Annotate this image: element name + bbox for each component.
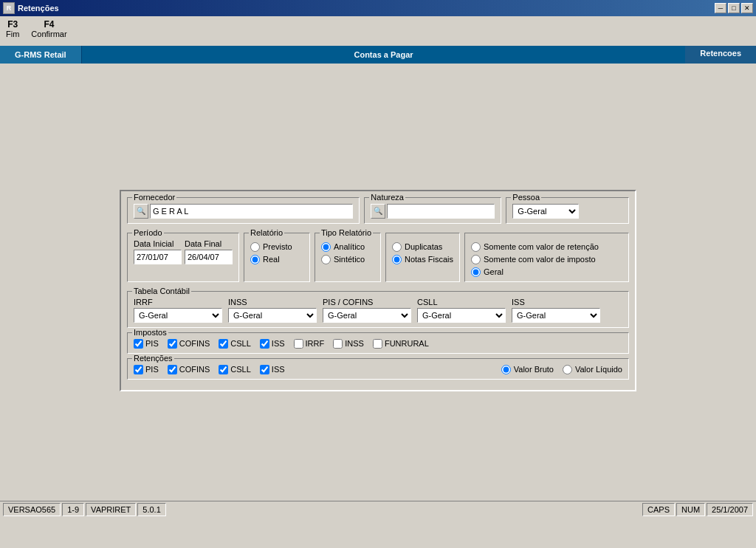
impostos-csll-checkbox[interactable] bbox=[219, 339, 228, 349]
ret-csll-label: CSLL bbox=[230, 365, 251, 374]
num-text: NUM bbox=[681, 505, 700, 514]
irrf-label: IRRF bbox=[134, 298, 222, 306]
versao-text: VERSAO565 bbox=[8, 505, 55, 514]
restore-button[interactable]: □ bbox=[728, 3, 740, 13]
caps-cell: CAPS bbox=[642, 503, 675, 516]
valor-bruto-radio[interactable] bbox=[501, 365, 511, 374]
natureza-lookup-button[interactable]: 🔍 bbox=[371, 204, 385, 219]
ret-pis-checkbox[interactable] bbox=[134, 365, 143, 374]
csll-item: CSLL G-Geral bbox=[417, 298, 506, 323]
fornecedor-lookup-button[interactable]: 🔍 bbox=[134, 204, 148, 219]
ret-pis-item: PIS bbox=[134, 365, 159, 374]
real-label: Real bbox=[263, 255, 280, 264]
relatorio-label: Relatório bbox=[249, 228, 284, 237]
tab-contas-pagar[interactable]: Contas a Pagar bbox=[82, 46, 686, 64]
impostos-cofins-checkbox[interactable] bbox=[168, 339, 177, 349]
impostos-funrural-item: FUNRURAL bbox=[373, 339, 429, 349]
somente-retencao-radio[interactable] bbox=[471, 242, 481, 252]
impostos-pis-item: PIS bbox=[134, 339, 159, 349]
notas-radio[interactable] bbox=[392, 255, 402, 264]
caps-text: CAPS bbox=[647, 505, 670, 514]
previsto-radio[interactable] bbox=[250, 242, 260, 252]
somente-imposto-radio[interactable] bbox=[471, 255, 481, 264]
pessoa-group: Pessoa G-Geral Fisica Juridica bbox=[506, 197, 629, 224]
impostos-inss-checkbox[interactable] bbox=[333, 339, 343, 349]
duplicatas-radio-item: Duplicatas bbox=[392, 242, 453, 252]
ret-iss-item: ISS bbox=[260, 365, 285, 374]
ret-cofins-item: COFINS bbox=[168, 365, 210, 374]
pessoa-select[interactable]: G-Geral Fisica Juridica bbox=[512, 204, 579, 219]
duplicatas-radio[interactable] bbox=[392, 242, 402, 252]
right-options-group: Somente com valor de retenção Somente co… bbox=[464, 233, 629, 282]
title-bar-text: R Retenções bbox=[3, 2, 59, 14]
tipo-relatorio-group: Tipo Relatório Analítico Sintético bbox=[315, 233, 381, 282]
sintetico-label: Sintético bbox=[334, 255, 365, 264]
status-bar: VERSAO565 1-9 VAPRIRET 5.0.1 CAPS NUM 25… bbox=[0, 501, 756, 517]
f3-shortcut[interactable]: F3 Fim bbox=[6, 19, 19, 38]
f4-key: F4 bbox=[44, 19, 54, 30]
date-text: 25/1/2007 bbox=[712, 505, 748, 514]
data-inicial-label: Data Inicial bbox=[134, 239, 182, 248]
valor-liquido-radio[interactable] bbox=[563, 365, 572, 374]
ret-iss-label: ISS bbox=[272, 365, 285, 374]
previsto-label: Previsto bbox=[263, 242, 292, 251]
analitico-radio-item: Analítico bbox=[321, 242, 374, 252]
ret-iss-checkbox[interactable] bbox=[260, 365, 269, 374]
real-radio[interactable] bbox=[250, 255, 260, 264]
ret-cofins-checkbox[interactable] bbox=[168, 365, 177, 374]
impostos-inss-item: INSS bbox=[333, 339, 364, 349]
tab-retencoes[interactable]: Retencoes bbox=[685, 46, 756, 64]
ret-csll-item: CSLL bbox=[219, 365, 251, 374]
inss-select[interactable]: G-Geral bbox=[228, 308, 317, 323]
geral-label: Geral bbox=[484, 267, 504, 276]
csll-select[interactable]: G-Geral bbox=[417, 308, 506, 323]
minimize-button[interactable]: ─ bbox=[715, 3, 726, 13]
data-final-input[interactable] bbox=[185, 250, 233, 264]
impostos-label: Impostos bbox=[132, 328, 168, 337]
impostos-pis-checkbox[interactable] bbox=[134, 339, 143, 349]
form-panel: Fornecedor 🔍 Natureza 🔍 bbox=[120, 190, 636, 391]
pis-cofins-select[interactable]: G-Geral bbox=[323, 308, 411, 323]
vapriret-cell: VAPRIRET bbox=[86, 503, 136, 516]
natureza-group: Natureza 🔍 bbox=[364, 197, 501, 224]
analitico-radio[interactable] bbox=[321, 242, 331, 252]
window-controls: ─ □ ✕ bbox=[715, 3, 753, 13]
impostos-funrural-checkbox[interactable] bbox=[373, 339, 382, 349]
inss-item: INSS G-Geral bbox=[228, 298, 317, 323]
vapriret-text: VAPRIRET bbox=[91, 505, 131, 514]
menu-bar: F3 Fim F4 Confirmar bbox=[0, 16, 756, 46]
valor-bruto-item: Valor Bruto bbox=[501, 365, 554, 374]
valor-liquido-label: Valor Líquido bbox=[575, 365, 622, 374]
fornecedor-input[interactable] bbox=[150, 204, 353, 219]
tipo-relatorio-label: Tipo Relatório bbox=[320, 228, 373, 237]
tabela-contabil-group: Tabela Contábil IRRF G-Geral INSS G-Gera… bbox=[127, 291, 629, 328]
data-inicial-input[interactable] bbox=[134, 250, 182, 264]
impostos-iss-item: ISS bbox=[260, 339, 285, 349]
iss-select[interactable]: G-Geral bbox=[512, 308, 600, 323]
impostos-iss-checkbox[interactable] bbox=[260, 339, 269, 349]
irrf-select[interactable]: G-Geral bbox=[134, 308, 222, 323]
version-text: 5.0.1 bbox=[142, 505, 160, 514]
f3-label: Fim bbox=[6, 30, 19, 38]
date-cell: 25/1/2007 bbox=[707, 503, 753, 516]
tab-grms[interactable]: G-RMS Retail bbox=[0, 46, 82, 64]
relatorio-group: Relatório Previsto Real bbox=[244, 233, 310, 282]
natureza-input[interactable] bbox=[387, 204, 495, 219]
duplicatas-label: Duplicatas bbox=[405, 242, 442, 251]
ret-csll-checkbox[interactable] bbox=[219, 365, 228, 374]
f4-label: Confirmar bbox=[31, 30, 66, 38]
sintetico-radio[interactable] bbox=[321, 255, 331, 264]
notas-radio-item: Notas Fiscais bbox=[392, 255, 453, 264]
somente-retencao-label: Somente com valor de retenção bbox=[484, 242, 599, 251]
impostos-inss-label: INSS bbox=[345, 339, 364, 348]
periodo-label: Período bbox=[132, 228, 164, 237]
irrf-item: IRRF G-Geral bbox=[134, 298, 222, 323]
f4-shortcut[interactable]: F4 Confirmar bbox=[31, 19, 66, 38]
close-button[interactable]: ✕ bbox=[741, 3, 753, 13]
data-final-label: Data Final bbox=[185, 239, 233, 248]
impostos-irrf-checkbox[interactable] bbox=[294, 339, 303, 349]
geral-radio[interactable] bbox=[471, 267, 481, 277]
analitico-label: Analítico bbox=[334, 242, 365, 251]
app-icon: R bbox=[3, 2, 15, 14]
docs-group: Duplicatas Notas Fiscais bbox=[385, 233, 460, 282]
